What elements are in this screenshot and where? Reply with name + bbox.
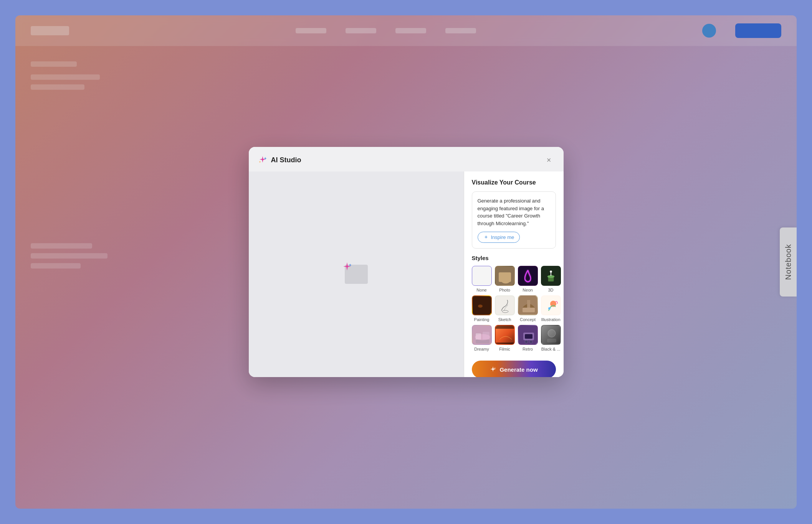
panel-section-title: Visualize Your Course: [472, 179, 556, 186]
style-label-3d: 3D: [548, 288, 553, 292]
svg-point-3: [504, 273, 508, 276]
style-thumb-retro: [518, 325, 538, 345]
generate-button[interactable]: Generate now: [472, 361, 556, 377]
inspire-icon: [483, 235, 489, 240]
modal-header: AI Studio ×: [249, 147, 564, 171]
svg-point-1: [500, 274, 511, 283]
style-thumb-sketch: [495, 295, 515, 315]
canvas-icon: [345, 265, 368, 284]
prompt-text: Generate a professional and engaging fea…: [478, 197, 550, 227]
style-item-retro[interactable]: Retro: [518, 325, 538, 351]
style-item-dreamy[interactable]: Dreamy: [472, 325, 492, 351]
styles-section-title: Styles: [472, 255, 556, 261]
prompt-box: Generate a professional and engaging fea…: [472, 191, 556, 249]
style-label-dreamy: Dreamy: [474, 347, 489, 351]
svg-rect-18: [527, 300, 530, 308]
style-item-concept[interactable]: Concept: [518, 295, 538, 322]
style-item-painting[interactable]: Painting: [472, 295, 492, 322]
style-item-black[interactable]: Black & ...: [541, 325, 561, 351]
style-label-neon: Neon: [523, 288, 533, 292]
svg-point-2: [503, 274, 509, 278]
ai-studio-modal: AI Studio ×: [249, 147, 564, 377]
style-thumb-photo: [495, 266, 515, 286]
modal-overlay: AI Studio ×: [15, 15, 797, 509]
svg-rect-17: [523, 308, 535, 312]
style-thumb-neon: [518, 266, 538, 286]
generate-icon: [490, 366, 496, 373]
style-label-painting: Painting: [474, 317, 490, 322]
style-thumb-filmic: [495, 325, 515, 345]
svg-rect-37: [547, 339, 556, 343]
styles-grid: None P: [472, 266, 556, 351]
style-thumb-painting: [472, 295, 492, 315]
style-thumb-dreamy: [472, 325, 492, 345]
svg-point-26: [475, 334, 490, 340]
generate-button-wrap: Generate now: [472, 359, 556, 377]
style-label-illustration: Illustration: [541, 317, 560, 322]
modal-body: Visualize Your Course Generate a profess…: [249, 171, 564, 377]
style-thumb-concept: [518, 295, 538, 315]
style-item-sketch[interactable]: Sketch: [495, 295, 515, 322]
style-thumb-black: [541, 325, 561, 345]
style-item-neon[interactable]: Neon: [518, 266, 538, 292]
modal-canvas: [249, 171, 464, 377]
svg-point-13: [478, 305, 483, 308]
style-item-photo[interactable]: Photo: [495, 266, 515, 292]
style-item-3d[interactable]: 3D: [541, 266, 561, 292]
canvas-sparkle-icon: [342, 262, 352, 274]
generate-label: Generate now: [499, 366, 537, 373]
style-label-none: None: [476, 288, 486, 292]
svg-point-33: [525, 340, 528, 343]
svg-rect-32: [525, 334, 533, 339]
style-label-filmic: Filmic: [499, 347, 510, 351]
style-item-filmic[interactable]: Filmic: [495, 325, 515, 351]
inspire-button[interactable]: Inspire me: [478, 232, 520, 243]
app-container: Notebook AI Studio ×: [15, 15, 797, 509]
inspire-label: Inspire me: [491, 234, 514, 240]
svg-point-34: [529, 340, 533, 343]
modal-close-button[interactable]: ×: [544, 155, 554, 165]
style-thumb-illustration: [541, 295, 561, 315]
style-item-illustration[interactable]: Illustration: [541, 295, 561, 322]
svg-rect-29: [496, 343, 515, 345]
svg-rect-28: [496, 326, 515, 329]
style-label-sketch: Sketch: [498, 317, 511, 322]
style-label-black: Black & ...: [541, 347, 561, 351]
ai-studio-icon: [258, 155, 267, 165]
style-label-photo: Photo: [499, 288, 510, 292]
style-thumb-none: [472, 266, 492, 286]
svg-point-9: [550, 270, 552, 273]
style-label-retro: Retro: [523, 347, 533, 351]
modal-panel: Visualize Your Course Generate a profess…: [464, 171, 564, 377]
svg-point-36: [548, 330, 556, 337]
modal-title-row: AI Studio: [258, 155, 301, 165]
modal-title: AI Studio: [271, 156, 301, 164]
style-item-none[interactable]: None: [472, 266, 492, 292]
style-thumb-3d: [541, 266, 561, 286]
svg-point-21: [548, 307, 551, 310]
style-label-concept: Concept: [520, 317, 536, 322]
